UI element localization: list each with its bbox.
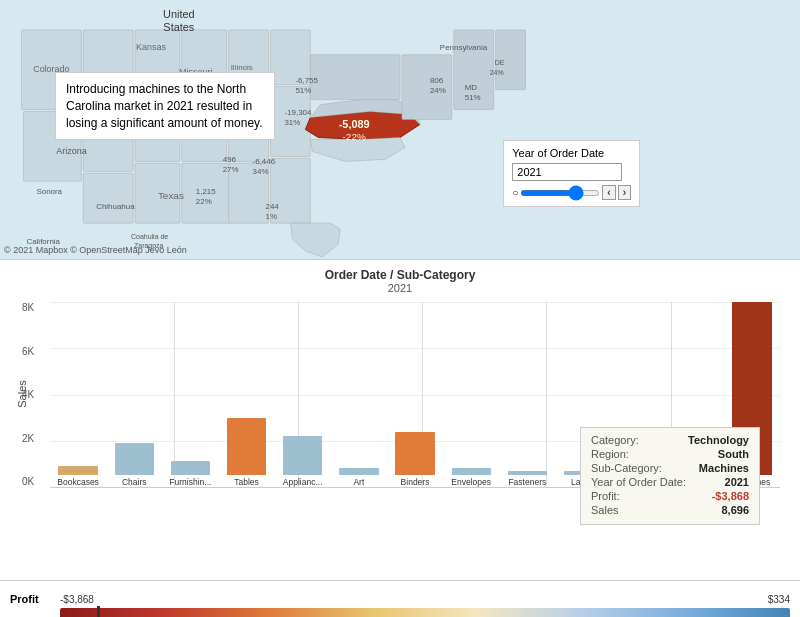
tooltip-profit-value: -$3,868 xyxy=(712,490,749,502)
bar-group-8[interactable]: Fasteners xyxy=(499,302,555,487)
bar-3[interactable] xyxy=(227,418,266,475)
map-section: -5,089 -22% Colorado Kansas Missouri Tex… xyxy=(0,0,800,260)
svg-text:Coahuila de: Coahuila de xyxy=(131,233,168,240)
year-filter-label: Year of Order Date xyxy=(512,147,631,159)
tooltip-year-value: 2021 xyxy=(725,476,749,488)
tooltip-subcategory-value: Machines xyxy=(699,462,749,474)
bar-label-6: Binders xyxy=(401,477,430,487)
bar-1[interactable] xyxy=(115,443,154,475)
svg-text:22%: 22% xyxy=(196,197,212,206)
svg-text:24%: 24% xyxy=(430,86,446,95)
svg-text:244: 244 xyxy=(266,202,280,211)
chart-tooltip: Category: Technology Region: South Sub-C… xyxy=(580,427,760,525)
svg-text:496: 496 xyxy=(223,155,237,164)
svg-rect-22 xyxy=(310,55,400,100)
tooltip-profit-label: Profit: xyxy=(591,490,620,502)
bar-2[interactable] xyxy=(171,461,210,475)
svg-text:-5,089: -5,089 xyxy=(339,118,370,130)
svg-text:United: United xyxy=(163,8,195,20)
bar-group-2[interactable]: Furnishin... xyxy=(162,302,218,487)
svg-text:Chihuahua: Chihuahua xyxy=(96,202,135,211)
bar-group-7[interactable]: Envelopes xyxy=(443,302,499,487)
tooltip-region-value: South xyxy=(718,448,749,460)
map-tooltip: Introducing machines to the North Caroli… xyxy=(55,72,275,140)
svg-rect-5 xyxy=(83,173,133,223)
year-filter-input[interactable] xyxy=(512,163,622,181)
bar-label-7: Envelopes xyxy=(451,477,491,487)
bar-5[interactable] xyxy=(339,468,378,475)
svg-text:51%: 51% xyxy=(465,93,481,102)
bar-0[interactable] xyxy=(58,466,97,475)
tooltip-region-row: Region: South xyxy=(591,448,749,460)
svg-text:-6,755: -6,755 xyxy=(295,76,318,85)
prev-year-button[interactable]: ‹ xyxy=(602,185,615,200)
svg-text:51%: 51% xyxy=(295,86,311,95)
svg-text:1%: 1% xyxy=(266,212,278,221)
tooltip-sales-label: Sales xyxy=(591,504,619,516)
svg-text:Pennsylvania: Pennsylvania xyxy=(440,43,488,52)
svg-text:-22%: -22% xyxy=(343,131,366,142)
year-filter[interactable]: Year of Order Date ○ ‹ › xyxy=(503,140,640,207)
svg-text:-6,446: -6,446 xyxy=(253,157,276,166)
svg-text:States: States xyxy=(163,21,195,33)
svg-text:DE: DE xyxy=(495,59,505,66)
profit-bar-container: -$3,868 $334 xyxy=(60,594,790,605)
svg-text:24%: 24% xyxy=(490,69,504,76)
year-slider[interactable] xyxy=(520,190,600,196)
bar-group-3[interactable]: Tables xyxy=(218,302,274,487)
bar-label-4: Applianc... xyxy=(283,477,323,487)
svg-text:Sonora: Sonora xyxy=(36,187,62,196)
svg-text:Illinois: Illinois xyxy=(231,63,253,72)
svg-text:MD: MD xyxy=(465,83,478,92)
profit-marker xyxy=(97,606,100,618)
bar-7[interactable] xyxy=(452,468,491,475)
tooltip-subcategory-row: Sub-Category: Machines xyxy=(591,462,749,474)
svg-text:Texas: Texas xyxy=(158,190,184,201)
tooltip-year-label: Year of Order Date: xyxy=(591,476,686,488)
next-year-button[interactable]: › xyxy=(618,185,631,200)
tooltip-region-label: Region: xyxy=(591,448,629,460)
tooltip-category-label: Category: xyxy=(591,434,639,446)
bar-group-5[interactable]: Art xyxy=(331,302,387,487)
bar-group-1[interactable]: Chairs xyxy=(106,302,162,487)
tooltip-sales-row: Sales 8,696 xyxy=(591,504,749,516)
svg-text:34%: 34% xyxy=(253,167,269,176)
profit-gradient-bar xyxy=(60,608,790,618)
chart-subtitle: 2021 xyxy=(0,282,800,294)
tooltip-sales-value: 8,696 xyxy=(721,504,749,516)
svg-text:Kansas: Kansas xyxy=(136,42,166,52)
profit-min: -$3,868 xyxy=(60,594,94,605)
y-axis: 8K 6K 4K 2K 0K xyxy=(22,302,34,487)
svg-text:31%: 31% xyxy=(284,118,300,127)
chart-title: Order Date / Sub-Category xyxy=(0,268,800,282)
svg-text:Arizona: Arizona xyxy=(56,146,86,156)
tooltip-subcategory-label: Sub-Category: xyxy=(591,462,662,474)
bar-group-4[interactable]: Applianc... xyxy=(275,302,331,487)
chart-section: Order Date / Sub-Category 2021 Sales 8K … xyxy=(0,260,800,580)
bar-label-1: Chairs xyxy=(122,477,147,487)
map-copyright: © 2021 Mapbox © OpenStreetMap Jevo León xyxy=(4,245,187,255)
tooltip-profit-row: Profit: -$3,868 xyxy=(591,490,749,502)
bar-group-0[interactable]: Bookcases xyxy=(50,302,106,487)
tooltip-year-row: Year of Order Date: 2021 xyxy=(591,476,749,488)
profit-label: Profit xyxy=(10,593,60,605)
profit-section: Profit -$3,868 $334 xyxy=(0,580,800,617)
bar-label-3: Tables xyxy=(234,477,259,487)
bar-4[interactable] xyxy=(283,436,322,475)
bar-label-8: Fasteners xyxy=(508,477,546,487)
profit-max: $334 xyxy=(768,594,790,605)
svg-text:806: 806 xyxy=(430,76,444,85)
tooltip-category-row: Category: Technology xyxy=(591,434,749,446)
bar-8[interactable] xyxy=(508,471,547,475)
bar-6[interactable] xyxy=(395,432,434,475)
svg-text:1,215: 1,215 xyxy=(196,187,216,196)
bar-label-2: Furnishin... xyxy=(169,477,211,487)
svg-text:-19,304: -19,304 xyxy=(284,108,312,117)
circle-icon: ○ xyxy=(512,187,518,198)
svg-text:27%: 27% xyxy=(223,165,239,174)
map-tooltip-text: Introducing machines to the North Caroli… xyxy=(66,82,263,130)
bar-group-6[interactable]: Binders xyxy=(387,302,443,487)
tooltip-category-value: Technology xyxy=(688,434,749,446)
bar-label-0: Bookcases xyxy=(57,477,99,487)
year-filter-controls: ○ ‹ › xyxy=(512,185,631,200)
